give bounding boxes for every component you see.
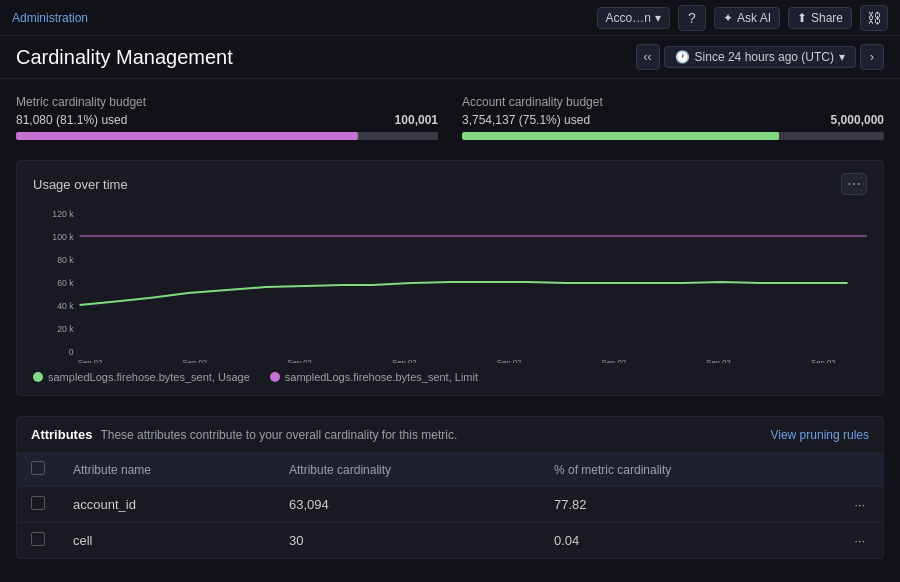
table-header-row: Attributes These attributes contribute t… bbox=[17, 417, 883, 453]
nav-breadcrumb[interactable]: Administration bbox=[12, 10, 88, 25]
svg-text:Sep 02,: Sep 02, bbox=[287, 358, 314, 363]
account-selector-label: Acco…n bbox=[606, 11, 651, 25]
svg-text:Sep 02,: Sep 02, bbox=[497, 358, 524, 363]
svg-text:Sep 03,: Sep 03, bbox=[706, 358, 733, 363]
row-attr-cardinality: 63,094 bbox=[275, 487, 540, 523]
chart-section: Usage over time ⋯ 120 k 100 k 80 k 60 k bbox=[16, 160, 884, 396]
row-attr-name: cell bbox=[59, 523, 275, 559]
external-link-button[interactable]: ⛓ bbox=[860, 5, 888, 31]
share-label: Share bbox=[811, 11, 843, 25]
table-desc: These attributes contribute to your over… bbox=[100, 428, 457, 442]
row-checkbox-cell bbox=[17, 487, 59, 523]
time-controls: ‹‹ 🕐 Since 24 hours ago (UTC) ▾ › bbox=[636, 44, 884, 70]
help-button[interactable]: ? bbox=[678, 5, 706, 31]
col-name: Attribute name bbox=[59, 453, 275, 487]
header-checkbox-cell bbox=[17, 453, 59, 487]
page-header: Cardinality Management ‹‹ 🕐 Since 24 hou… bbox=[0, 36, 900, 79]
row-attr-cardinality: 30 bbox=[275, 523, 540, 559]
metric-budget-bar bbox=[16, 132, 438, 140]
ellipsis-icon: ⋯ bbox=[847, 176, 861, 192]
account-selector[interactable]: Acco…n ▾ bbox=[597, 7, 670, 29]
share-button[interactable]: ⬆ Share bbox=[788, 7, 852, 29]
chart-legend: sampledLogs.firehose.bytes_sent, Usage s… bbox=[33, 371, 867, 383]
svg-text:Sep 02,: Sep 02, bbox=[183, 358, 210, 363]
svg-text:Sep 02,: Sep 02, bbox=[78, 358, 105, 363]
sparkle-icon: ✦ bbox=[723, 11, 733, 25]
col-percent: % of metric cardinality bbox=[540, 453, 836, 487]
row-attr-percent: 77.82 bbox=[540, 487, 836, 523]
svg-text:Sep 03,: Sep 03, bbox=[811, 358, 838, 363]
ask-ai-button[interactable]: ✦ Ask AI bbox=[714, 7, 780, 29]
svg-text:20 k: 20 k bbox=[57, 324, 74, 334]
table-head-row: Attribute name Attribute cardinality % o… bbox=[17, 453, 883, 487]
svg-text:120 k: 120 k bbox=[52, 209, 74, 219]
help-icon: ? bbox=[688, 10, 696, 26]
chevron-right-icon: › bbox=[870, 50, 874, 64]
chevron-left-icon: ‹‹ bbox=[644, 50, 652, 64]
budget-row: Metric cardinality budget 81,080 (81.1%)… bbox=[16, 95, 884, 140]
account-budget-label: Account cardinality budget bbox=[462, 95, 884, 109]
account-budget-bar bbox=[462, 132, 884, 140]
time-range-selector[interactable]: 🕐 Since 24 hours ago (UTC) ▾ bbox=[664, 46, 856, 68]
account-budget-card: Account cardinality budget 3,754,137 (75… bbox=[462, 95, 884, 140]
select-all-checkbox[interactable] bbox=[31, 461, 45, 475]
time-range-arrow: ▾ bbox=[839, 50, 845, 64]
svg-text:80 k: 80 k bbox=[57, 255, 74, 265]
share-icon: ⬆ bbox=[797, 11, 807, 25]
chart-area: 120 k 100 k 80 k 60 k 40 k 20 k 0 Sep 02… bbox=[33, 203, 867, 363]
table-row: account_id 63,094 77.82 ··· bbox=[17, 487, 883, 523]
row-actions: ··· bbox=[836, 487, 883, 523]
row-checkbox[interactable] bbox=[31, 532, 45, 546]
clock-icon: 🕐 bbox=[675, 50, 690, 64]
page-title: Cardinality Management bbox=[16, 46, 233, 69]
attributes-table: Attribute name Attribute cardinality % o… bbox=[17, 453, 883, 558]
metric-budget-used: 81,080 (81.1%) used bbox=[16, 113, 127, 127]
row-attr-name: account_id bbox=[59, 487, 275, 523]
legend-usage: sampledLogs.firehose.bytes_sent, Usage bbox=[33, 371, 250, 383]
time-prev-button[interactable]: ‹‹ bbox=[636, 44, 660, 70]
svg-text:0: 0 bbox=[69, 347, 74, 357]
legend-dot-usage bbox=[33, 372, 43, 382]
breadcrumb-link[interactable]: Administration bbox=[12, 11, 88, 25]
legend-limit-label: sampledLogs.firehose.bytes_sent, Limit bbox=[285, 371, 478, 383]
row-menu-button[interactable]: ··· bbox=[850, 531, 869, 550]
row-checkbox-cell bbox=[17, 523, 59, 559]
row-attr-percent: 0.04 bbox=[540, 523, 836, 559]
svg-text:100 k: 100 k bbox=[52, 232, 74, 242]
legend-dot-limit bbox=[270, 372, 280, 382]
svg-text:60 k: 60 k bbox=[57, 278, 74, 288]
account-budget-numbers: 3,754,137 (75.1%) used 5,000,000 bbox=[462, 113, 884, 127]
col-cardinality: Attribute cardinality bbox=[275, 453, 540, 487]
col-actions bbox=[836, 453, 883, 487]
legend-limit: sampledLogs.firehose.bytes_sent, Limit bbox=[270, 371, 478, 383]
table-row: cell 30 0.04 ··· bbox=[17, 523, 883, 559]
time-next-button[interactable]: › bbox=[860, 44, 884, 70]
metric-budget-card: Metric cardinality budget 81,080 (81.1%)… bbox=[16, 95, 438, 140]
chart-svg: 120 k 100 k 80 k 60 k 40 k 20 k 0 Sep 02… bbox=[33, 203, 867, 363]
chart-title: Usage over time bbox=[33, 177, 128, 192]
ask-ai-label: Ask AI bbox=[737, 11, 771, 25]
legend-usage-label: sampledLogs.firehose.bytes_sent, Usage bbox=[48, 371, 250, 383]
table-header-text: Attributes These attributes contribute t… bbox=[31, 427, 457, 442]
metric-budget-fill bbox=[16, 132, 358, 140]
main-content: Metric cardinality budget 81,080 (81.1%)… bbox=[0, 79, 900, 575]
metric-budget-numbers: 81,080 (81.1%) used 100,001 bbox=[16, 113, 438, 127]
account-selector-arrow: ▾ bbox=[655, 11, 661, 25]
svg-text:40 k: 40 k bbox=[57, 301, 74, 311]
svg-text:Sep 02,: Sep 02, bbox=[392, 358, 419, 363]
row-actions: ··· bbox=[836, 523, 883, 559]
metric-budget-total: 100,001 bbox=[395, 113, 438, 127]
row-menu-button[interactable]: ··· bbox=[850, 495, 869, 514]
row-checkbox[interactable] bbox=[31, 496, 45, 510]
account-budget-total: 5,000,000 bbox=[831, 113, 884, 127]
time-range-label: Since 24 hours ago (UTC) bbox=[695, 50, 834, 64]
chart-menu-button[interactable]: ⋯ bbox=[841, 173, 867, 195]
attributes-table-section: Attributes These attributes contribute t… bbox=[16, 416, 884, 559]
table-body: account_id 63,094 77.82 ··· cell 30 0.04… bbox=[17, 487, 883, 559]
svg-text:Sep 02,: Sep 02, bbox=[602, 358, 629, 363]
view-pruning-link[interactable]: View pruning rules bbox=[770, 428, 869, 442]
account-budget-used: 3,754,137 (75.1%) used bbox=[462, 113, 590, 127]
nav-right: Acco…n ▾ ? ✦ Ask AI ⬆ Share ⛓ bbox=[597, 5, 888, 31]
top-nav: Administration Acco…n ▾ ? ✦ Ask AI ⬆ Sha… bbox=[0, 0, 900, 36]
table-title: Attributes bbox=[31, 427, 92, 442]
